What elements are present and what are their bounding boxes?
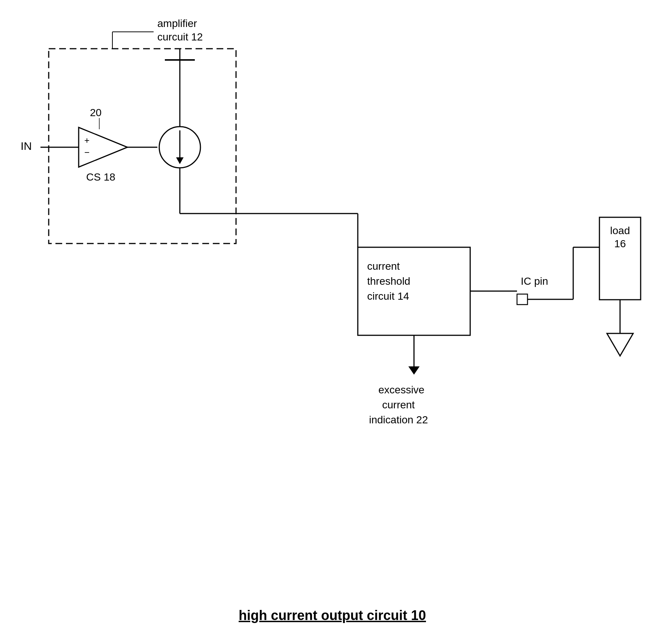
excessive-current-label2: current — [382, 399, 415, 411]
load-label: load — [610, 225, 630, 236]
cs-label: CS 18 — [86, 171, 115, 183]
svg-text:+: + — [84, 135, 90, 145]
amplifier-circuit-label: amplifier — [157, 18, 197, 29]
svg-rect-0 — [0, 0, 665, 644]
svg-text:−: − — [84, 147, 90, 157]
threshold-label2: threshold — [367, 275, 410, 287]
amplifier-circuit-label2: curcuit 12 — [157, 31, 203, 43]
load-number-label: 16 — [614, 238, 626, 250]
ic-pin-label: IC pin — [521, 275, 548, 287]
in-label: IN — [21, 140, 32, 152]
ic-pin-symbol — [517, 294, 528, 305]
threshold-label1: current — [367, 260, 400, 272]
threshold-label3: circuit 14 — [367, 290, 409, 302]
opamp-number-label: 20 — [90, 107, 102, 118]
excessive-current-label3: indication 22 — [369, 414, 428, 426]
circuit-title: high current output circuit 10 — [239, 608, 426, 623]
excessive-current-label1: excessive — [378, 384, 424, 396]
circuit-diagram: amplifier curcuit 12 IN + − 20 CS 18 — [0, 0, 665, 644]
